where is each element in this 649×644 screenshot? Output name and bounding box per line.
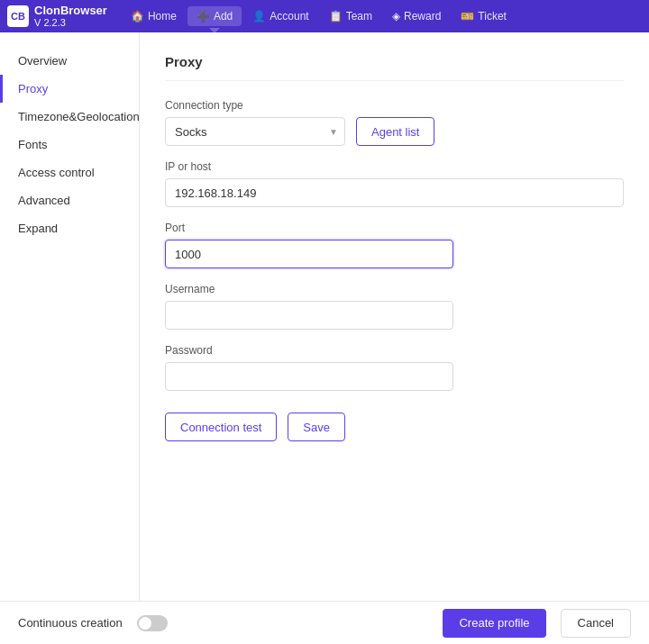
- sidebar-item-access[interactable]: Access control: [0, 159, 139, 186]
- continuous-creation-label: Continuous creation: [18, 616, 123, 630]
- nav-item-account[interactable]: 👤 Account: [243, 6, 317, 26]
- password-input[interactable]: [165, 362, 453, 391]
- nav-item-ticket[interactable]: 🎫 Ticket: [452, 6, 516, 26]
- ip-host-group: IP or host: [165, 160, 624, 207]
- form-actions: Connection test Save: [165, 413, 624, 441]
- home-icon: 🏠: [131, 10, 144, 23]
- ip-host-label: IP or host: [165, 160, 624, 173]
- username-group: Username: [165, 283, 624, 330]
- sidebar-item-fonts[interactable]: Fonts: [0, 131, 139, 159]
- port-label: Port: [165, 222, 624, 234]
- username-label: Username: [165, 283, 624, 295]
- sidebar-item-overview[interactable]: Overview: [0, 47, 139, 75]
- sidebar-item-proxy[interactable]: Proxy: [0, 75, 139, 103]
- logo-icon: CB: [7, 5, 29, 27]
- add-icon: ➕: [197, 10, 210, 23]
- team-icon: 📋: [329, 10, 343, 23]
- connection-type-select-wrapper: Socks HTTP HTTPS SOCKS5 ▼: [165, 117, 345, 146]
- nav-item-reward[interactable]: ◈ Reward: [383, 6, 450, 26]
- cancel-button[interactable]: Cancel: [561, 609, 631, 638]
- password-label: Password: [165, 344, 624, 357]
- password-group: Password: [165, 344, 624, 391]
- logo-text: ClonBrowser V 2.2.3: [34, 4, 107, 30]
- nav-item-add[interactable]: ➕ Add: [187, 6, 242, 26]
- sidebar-item-expand[interactable]: Expand: [0, 214, 139, 242]
- connection-type-label: Connection type: [165, 99, 624, 112]
- connection-type-row: Socks HTTP HTTPS SOCKS5 ▼ Agent list: [165, 117, 624, 146]
- connection-type-select[interactable]: Socks HTTP HTTPS SOCKS5: [165, 117, 345, 146]
- save-button[interactable]: Save: [288, 413, 345, 441]
- continuous-creation-toggle[interactable]: [137, 615, 168, 631]
- logo-area: CB ClonBrowser V 2.2.3: [7, 4, 107, 30]
- top-navigation: CB ClonBrowser V 2.2.3 🏠 Home ➕ Add 👤 Ac…: [0, 0, 649, 32]
- ip-host-input[interactable]: [165, 178, 624, 207]
- account-icon: 👤: [252, 10, 266, 23]
- create-profile-button[interactable]: Create profile: [443, 609, 545, 638]
- connection-test-button[interactable]: Connection test: [165, 413, 277, 441]
- ticket-icon: 🎫: [461, 10, 474, 23]
- port-input[interactable]: [165, 240, 453, 268]
- nav-item-team[interactable]: 📋 Team: [320, 6, 381, 26]
- connection-type-group: Connection type Socks HTTP HTTPS SOCKS5 …: [165, 99, 624, 146]
- main-layout: Overview Proxy Timezone&Geolocation Font…: [0, 32, 649, 601]
- reward-icon: ◈: [392, 10, 400, 23]
- content-area: Proxy Connection type Socks HTTP HTTPS S…: [140, 32, 649, 601]
- agent-list-button[interactable]: Agent list: [356, 117, 434, 146]
- username-input[interactable]: [165, 301, 453, 330]
- sidebar: Overview Proxy Timezone&Geolocation Font…: [0, 32, 140, 601]
- page-title: Proxy: [165, 54, 624, 81]
- port-group: Port: [165, 222, 624, 268]
- sidebar-item-timezone[interactable]: Timezone&Geolocation: [0, 103, 139, 131]
- nav-items: 🏠 Home ➕ Add 👤 Account 📋 Team ◈ Reward 🎫…: [122, 6, 516, 26]
- bottom-bar: Continuous creation Create profile Cance…: [0, 601, 649, 644]
- nav-item-home[interactable]: 🏠 Home: [122, 6, 186, 26]
- sidebar-item-advanced[interactable]: Advanced: [0, 186, 139, 214]
